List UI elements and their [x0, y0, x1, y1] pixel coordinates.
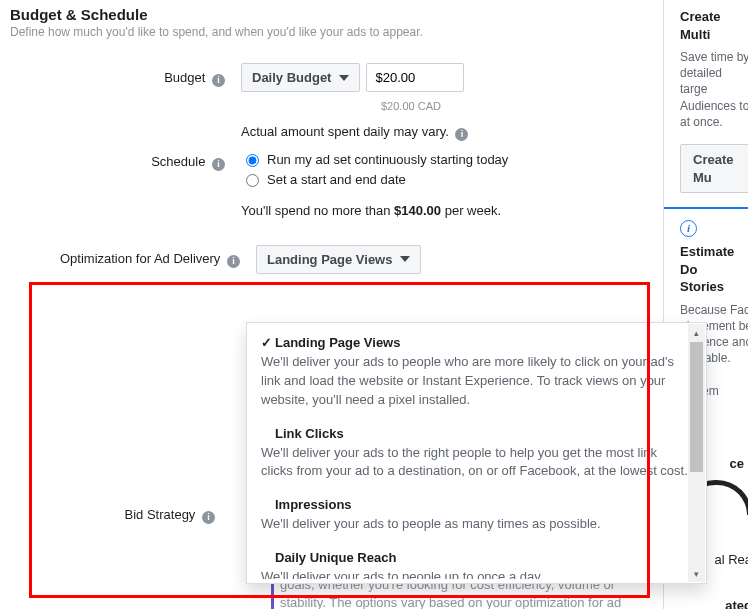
create-multi-title: Create Multi [680, 8, 748, 43]
schedule-dates-radio[interactable]: Set a start and end date [241, 171, 663, 187]
info-icon[interactable]: i [212, 158, 225, 171]
schedule-label: Schedule i [10, 147, 241, 191]
bid-strategy-label: Bid Strategy i [0, 500, 231, 530]
section-subtitle: Define how much you'd like to spend, and… [10, 25, 663, 39]
reach-label-2: ated [680, 597, 748, 609]
optimization-option[interactable]: Daily Unique ReachWe'll deliver your ads… [247, 542, 706, 579]
info-icon[interactable]: i [680, 220, 697, 237]
caret-down-icon [400, 256, 410, 262]
optimization-dropdown: ✓Landing Page ViewsWe'll deliver your ad… [246, 322, 707, 584]
scroll-down-icon[interactable]: ▾ [688, 565, 705, 582]
optimization-select[interactable]: Landing Page Views [256, 245, 421, 274]
create-multi-button[interactable]: Create Mu [680, 144, 748, 193]
budget-type-select[interactable]: Daily Budget [241, 63, 360, 92]
scrollbar[interactable]: ▴ ▾ [688, 324, 705, 582]
optimization-option[interactable]: Link ClicksWe'll deliver your ads to the… [247, 418, 706, 490]
scroll-up-icon[interactable]: ▴ [688, 324, 705, 341]
optimization-option[interactable]: ✓Landing Page ViewsWe'll deliver your ad… [247, 327, 706, 418]
daily-vary-note: Actual amount spent daily may vary. i [241, 124, 663, 141]
caret-down-icon [339, 75, 349, 81]
schedule-continuous-radio[interactable]: Run my ad set continuously starting toda… [241, 151, 663, 167]
budget-amount-input[interactable] [366, 63, 464, 92]
info-icon[interactable]: i [455, 128, 468, 141]
estimate-title: Estimate Do Stories [680, 243, 748, 296]
weekly-spend-note: You'll spend no more than $140.00 per we… [241, 197, 663, 236]
info-icon[interactable]: i [212, 74, 225, 87]
section-title: Budget & Schedule [10, 6, 663, 23]
optimization-label: Optimization for Ad Delivery i [10, 244, 256, 274]
optimization-option[interactable]: ImpressionsWe'll deliver your ads to peo… [247, 489, 706, 542]
budget-label: Budget i [10, 63, 241, 141]
scroll-thumb[interactable] [690, 342, 703, 472]
budget-amount-hint: $20.00 CAD [241, 100, 663, 112]
info-icon[interactable]: i [227, 255, 240, 268]
create-multi-desc: Save time by detailed targe Audiences to… [680, 49, 748, 130]
info-icon[interactable]: i [202, 511, 215, 524]
